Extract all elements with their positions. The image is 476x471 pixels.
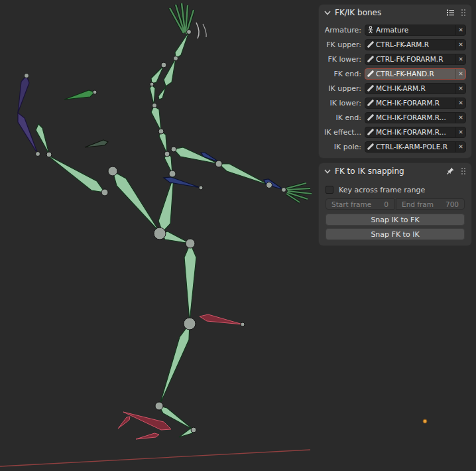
bone-icon [365,143,376,151]
bone-icon [365,70,376,78]
field-label: IK effect... [323,128,361,137]
close-icon[interactable]: ✕ [455,98,465,108]
body-bones[interactable] [36,32,269,437]
ik-pole-field[interactable]: CTRL-IK-ARM-POLE.R ✕ [365,141,466,153]
fk-lower-field[interactable]: CTRL-FK-FORARM.R ✕ [365,54,466,65]
panel-header-fkik-bones[interactable]: FK/IK bones [319,5,471,20]
object-origin-dot [423,419,427,423]
field-label: Armature: [323,26,361,34]
armature-figure[interactable] [18,3,312,439]
panel-header-fk-to-ik-snapping[interactable]: FK to IK snapping [319,163,471,178]
bone-icon [365,40,376,48]
close-icon[interactable]: ✕ [455,113,465,123]
key-across-frame-range-checkbox[interactable] [326,186,333,194]
end-frame-field[interactable]: End fram 700 [396,198,465,210]
start-frame-field[interactable]: Start frame 0 [326,198,394,210]
ik-upper-field[interactable]: MCH-IK-ARM.R ✕ [365,83,466,94]
field-label: IK pole: [323,143,361,151]
panel-fk-to-ik-snapping: FK to IK snapping Key across frame range… [319,163,471,245]
key-across-frame-range-row: Key across frame range [326,184,465,196]
chevron-down-icon [324,9,331,16]
drag-handle-icon[interactable] [461,167,466,175]
close-icon[interactable]: ✕ [455,40,465,50]
field-value: CTRL-FK-ARM.R [376,40,455,48]
field-value: CTRL-IK-ARM-POLE.R [376,143,455,151]
frame-range-fields: Start frame 0 End fram 700 [326,198,465,210]
field-value: MCH-IK-FORARM.R... [376,128,455,136]
close-icon[interactable]: ✕ [455,127,465,137]
field-value: Armature [376,26,455,34]
field-value: MCH-IK-FORARM.R [376,99,455,107]
field-value: MCH-IK-FORARM.R... [376,113,455,121]
field-label: IK lower: [323,99,361,107]
bone-icon [365,113,376,121]
field-value: CTRL-FK-FORARM.R [376,55,455,63]
pin-icon[interactable] [446,167,455,175]
field-row-fk-upper: FK upper: CTRL-FK-ARM.R ✕ [319,37,471,52]
blender-3d-viewport[interactable]: FK/IK bones Armature: [0,0,476,471]
armature-field[interactable]: Armature ✕ [365,25,466,36]
chevron-down-icon [324,168,331,174]
field-row-armature: Armature: Armature ✕ [319,23,471,37]
ik-bones[interactable] [164,153,284,190]
close-icon[interactable]: ✕ [455,25,465,35]
field-label: FK end: [323,70,361,78]
close-icon[interactable]: ✕ [455,69,465,79]
start-frame-label: Start frame [331,200,371,208]
fk-end-field[interactable]: CTRL-FK-HAND.R ✕ [365,68,466,80]
bone-icon [365,55,376,63]
field-row-ik-end: IK end: MCH-IK-FORARM.R... ✕ [319,110,471,125]
bone-icon [365,84,376,92]
field-row-ik-lower: IK lower: MCH-IK-FORARM.R ✕ [319,96,471,110]
fk-upper-field[interactable]: CTRL-FK-ARM.R ✕ [365,39,466,50]
field-label: FK lower: [323,55,361,64]
axis-x-line [0,450,310,466]
end-frame-value: 700 [446,200,459,208]
field-label: FK upper: [323,40,361,49]
panel-title: FK/IK bones [335,8,446,17]
field-row-ik-pole: IK pole: CTRL-IK-ARM-POLE.R ✕ [319,139,471,154]
drag-handle-icon[interactable] [461,9,466,17]
field-value: CTRL-FK-HAND.R [376,70,455,78]
field-label: IK end: [323,113,361,122]
field-row-fk-lower: FK lower: CTRL-FK-FORARM.R ✕ [319,52,471,66]
snap-ik-to-fk-button[interactable]: Snap IK to FK [326,214,465,226]
checkbox-label: Key across frame range [339,186,425,194]
ik-end-field[interactable]: MCH-IK-FORARM.R... ✕ [365,112,466,123]
panel-fkik-bones: FK/IK bones Armature: [319,5,471,158]
close-icon[interactable]: ✕ [455,142,465,152]
bone-icon [365,99,376,107]
pole-control-bones[interactable] [18,76,108,154]
close-icon[interactable]: ✕ [455,84,465,94]
field-row-ik-effector: IK effect... MCH-IK-FORARM.R... ✕ [319,125,471,139]
field-label: IK upper: [323,84,361,93]
snap-fk-to-ik-button[interactable]: Snap FK to IK [326,228,465,240]
presets-list-icon[interactable] [446,9,455,17]
ik-effector-field[interactable]: MCH-IK-FORARM.R... ✕ [365,127,466,138]
hand-fingers-right[interactable] [286,183,312,202]
field-value: MCH-IK-ARM.R [376,84,455,92]
field-row-fk-end: FK end: CTRL-FK-HAND.R ✕ [319,66,471,81]
end-frame-label: End fram [402,200,434,208]
start-frame-value: 0 [384,200,388,208]
close-icon[interactable]: ✕ [455,54,465,64]
bone-icon [365,128,376,136]
panel-title: FK to IK snapping [335,167,446,176]
armature-icon [365,26,376,34]
ik-lower-field[interactable]: MCH-IK-FORARM.R ✕ [365,98,466,109]
field-row-ik-upper: IK upper: MCH-IK-ARM.R ✕ [319,81,471,96]
